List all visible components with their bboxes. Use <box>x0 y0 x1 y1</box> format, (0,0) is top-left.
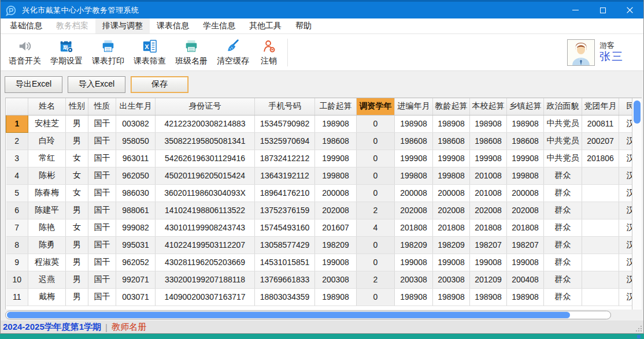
column-header[interactable]: 姓名 <box>28 98 66 115</box>
table-cell[interactable]: 汉 <box>619 184 632 202</box>
table-cell[interactable]: 198908 <box>470 288 507 306</box>
table-cell[interactable]: 女 <box>66 219 88 236</box>
table-cell[interactable]: 962052 <box>116 254 156 271</box>
table-cell[interactable]: 戴梅 <box>28 288 66 306</box>
table-cell[interactable]: 198209 <box>433 236 470 254</box>
table-cell[interactable]: 女 <box>66 150 88 167</box>
table-cell[interactable]: 汉 <box>619 271 632 288</box>
table-cell[interactable]: 陈彬 <box>28 167 66 184</box>
table-cell[interactable]: 0 <box>357 288 395 306</box>
table-cell[interactable]: 200811 <box>582 115 619 132</box>
table-cell[interactable]: 201008 <box>470 167 507 184</box>
table-cell[interactable]: 国干 <box>88 236 116 254</box>
table-cell[interactable] <box>582 236 619 254</box>
table-cell[interactable]: 0 <box>357 132 395 150</box>
table-cell[interactable]: 国干 <box>88 167 116 184</box>
column-header[interactable]: 进编年月 <box>395 98 433 115</box>
table-cell[interactable]: 汉 <box>619 167 632 184</box>
menu-item-help[interactable]: 帮助 <box>288 18 319 33</box>
table-cell[interactable]: 13643192112 <box>255 167 315 184</box>
vertical-scrollbar[interactable] <box>632 98 642 310</box>
menu-item-other-tools[interactable]: 其他工具 <box>242 18 288 33</box>
table-cell[interactable]: 199908 <box>433 150 470 167</box>
table-cell[interactable]: 汉 <box>619 150 632 167</box>
minimize-button[interactable] <box>562 2 589 18</box>
column-header[interactable]: 出生年月 <box>116 98 156 115</box>
column-header[interactable]: 党团年月 <box>582 98 619 115</box>
row-number-cell[interactable]: 8 <box>6 236 28 254</box>
table-cell[interactable]: 白玲 <box>28 132 66 150</box>
table-cell[interactable] <box>582 219 619 236</box>
menu-item-academic-archive[interactable]: 教务档案 <box>49 18 95 33</box>
table-cell[interactable]: 198608 <box>470 132 507 150</box>
table-cell[interactable]: 198908 <box>315 288 357 306</box>
table-cell[interactable]: 200308 <box>395 271 433 288</box>
table-cell[interactable]: 003071 <box>116 288 156 306</box>
table-cell[interactable]: 198908 <box>433 115 470 132</box>
table-cell[interactable]: 202008 <box>470 202 507 219</box>
table-cell[interactable]: 200308 <box>315 271 357 288</box>
table-cell[interactable]: 国干 <box>88 254 116 271</box>
table-cell[interactable]: 4 <box>357 219 395 236</box>
table-cell[interactable]: 女 <box>66 184 88 202</box>
table-cell[interactable]: 男 <box>66 271 88 288</box>
table-cell[interactable]: 2 <box>357 202 395 219</box>
table-cell[interactable]: 群众 <box>544 219 582 236</box>
table-cell[interactable]: 汉 <box>619 236 632 254</box>
table-cell[interactable]: 986030 <box>116 184 156 202</box>
import-excel-button[interactable]: 导入Excel <box>68 76 125 93</box>
table-cell[interactable]: 200008 <box>507 184 544 202</box>
table-cell[interactable]: 男 <box>66 288 88 306</box>
table-cell[interactable]: 201808 <box>507 219 544 236</box>
table-cell[interactable]: 198908 <box>395 288 433 306</box>
table-cell[interactable] <box>582 271 619 288</box>
menu-item-scheduling[interactable]: 排课与调整 <box>95 18 150 33</box>
table-cell[interactable]: 群众 <box>544 288 582 306</box>
column-header[interactable]: 性别 <box>66 98 88 115</box>
table-cell[interactable]: 14531015851 <box>255 254 315 271</box>
table-cell[interactable]: 汉 <box>619 254 632 271</box>
table-cell[interactable]: 198608 <box>395 132 433 150</box>
table-cell[interactable]: 13058577429 <box>255 236 315 254</box>
table-cell[interactable]: 995031 <box>116 236 156 254</box>
table-cell[interactable]: 汉 <box>619 115 632 132</box>
column-header[interactable]: 教龄起算 <box>433 98 470 115</box>
export-excel-button[interactable]: 导出Excel <box>5 76 62 93</box>
table-cell[interactable]: 0 <box>357 184 395 202</box>
column-header[interactable]: 乡镇起算 <box>507 98 544 115</box>
table-cell[interactable]: 199008 <box>507 254 544 271</box>
table-cell[interactable]: 140900200307163717 <box>156 288 255 306</box>
table-cell[interactable]: 430281196205203669 <box>156 254 255 271</box>
table-cell[interactable]: 程淑英 <box>28 254 66 271</box>
table-cell[interactable]: 国干 <box>88 219 116 236</box>
semester-settings-button[interactable]: 期 学期设置 <box>46 36 87 69</box>
table-cell[interactable]: 15325970694 <box>255 132 315 150</box>
table-cell[interactable]: 群众 <box>544 236 582 254</box>
table-cell[interactable]: 群众 <box>544 184 582 202</box>
table-cell[interactable]: 201808 <box>470 219 507 236</box>
table-cell[interactable]: 199008 <box>470 254 507 271</box>
table-cell[interactable]: 199908 <box>395 150 433 167</box>
table-cell[interactable]: 汉 <box>619 219 632 236</box>
table-cell[interactable]: 350822195805081341 <box>156 132 255 150</box>
table-cell[interactable]: 36020119860304093X <box>156 184 255 202</box>
table-cell[interactable]: 198608 <box>507 132 544 150</box>
column-header[interactable]: 政治面貌 <box>544 98 582 115</box>
table-cell[interactable]: 201008 <box>470 184 507 202</box>
table-cell[interactable]: 999082 <box>116 219 156 236</box>
avatar[interactable] <box>567 39 595 66</box>
table-cell[interactable]: 群众 <box>544 202 582 219</box>
table-cell[interactable]: 200308 <box>433 271 470 288</box>
table-cell[interactable]: 330200199207188118 <box>156 271 255 288</box>
table-cell[interactable]: 中共党员 <box>544 115 582 132</box>
table-cell[interactable]: 202008 <box>507 202 544 219</box>
table-cell[interactable] <box>582 167 619 184</box>
logout-button[interactable]: 注销 <box>254 36 284 69</box>
table-cell[interactable]: 988061 <box>116 202 156 219</box>
table-cell[interactable]: 199808 <box>315 167 357 184</box>
table-cell[interactable]: 18732412212 <box>255 150 315 167</box>
table-cell[interactable]: 003082 <box>116 115 156 132</box>
table-cell[interactable]: 198207 <box>470 236 507 254</box>
table-cell[interactable]: 群众 <box>544 254 582 271</box>
table-cell[interactable]: 202008 <box>315 202 357 219</box>
